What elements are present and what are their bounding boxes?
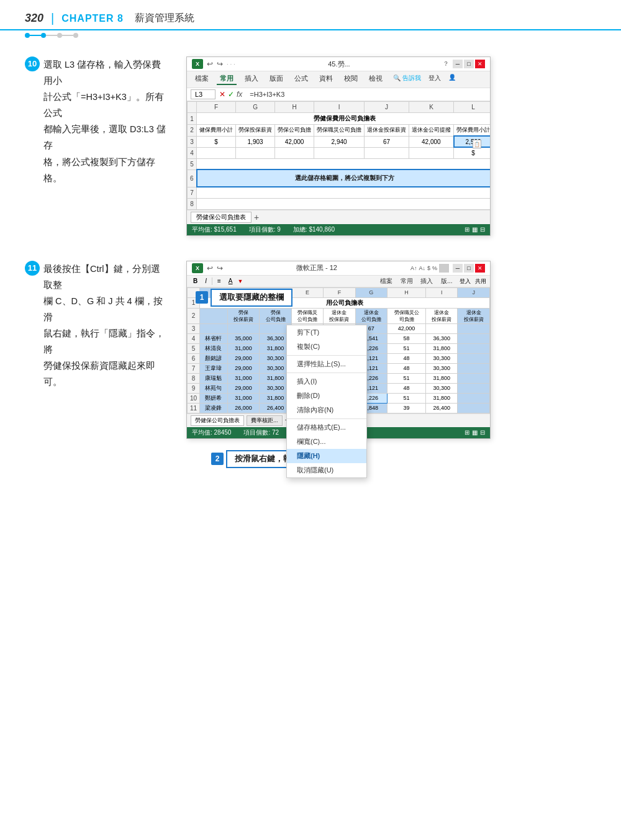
tab-data[interactable]: 資料 bbox=[316, 74, 336, 85]
callout1-badge: 1 bbox=[196, 291, 208, 304]
share2[interactable]: 共用 bbox=[475, 278, 486, 284]
l3[interactable]: 2,520 bbox=[454, 136, 490, 147]
col-g: G bbox=[236, 102, 275, 113]
table-row-8: 8 bbox=[188, 198, 491, 209]
sheet-tab2[interactable]: 費率核距... bbox=[247, 415, 283, 426]
col-j2: J bbox=[458, 287, 490, 297]
minimize-btn2[interactable]: ─ bbox=[453, 264, 463, 273]
menu-cut[interactable]: 剪下(T) bbox=[287, 325, 366, 340]
view-normal[interactable]: ⊞ bbox=[465, 226, 469, 233]
tab-review[interactable]: 校閱 bbox=[341, 74, 361, 85]
excel-table1: F G H I J K L 1 勞健保費用公司負擔 bbox=[187, 101, 490, 210]
minimize-btn[interactable]: ─ bbox=[453, 60, 463, 68]
j4 bbox=[365, 147, 409, 158]
tab-home2[interactable]: 常用 bbox=[397, 277, 416, 285]
formula-icons: ✕ ✓ fx bbox=[219, 90, 242, 99]
view-layout[interactable]: ▦ bbox=[472, 226, 478, 233]
view-icons2: ⊞ ▦ ⊟ bbox=[465, 428, 485, 437]
tab-layout[interactable]: 版面 bbox=[266, 74, 286, 85]
row8-header: 8 bbox=[188, 198, 197, 209]
view-normal2[interactable]: ⊞ bbox=[465, 429, 469, 436]
chapter-label: CHAPTER 8 bbox=[61, 13, 124, 24]
g3: 1,903 bbox=[236, 136, 275, 147]
login-btn[interactable]: 登入 bbox=[428, 74, 441, 85]
menu-paste-special[interactable]: 選擇性貼上(S)... bbox=[287, 357, 366, 371]
menu-unhide[interactable]: 取消隱藏(U) bbox=[287, 463, 366, 477]
tab-home[interactable]: 常用 bbox=[217, 74, 237, 85]
f2-cell: 退休金投保薪資 bbox=[324, 308, 355, 323]
step11-heading: 11 最後按住【Ctrl】鍵，分別選取整 bbox=[25, 261, 168, 293]
menu-col-width[interactable]: 欄寬(C)... bbox=[287, 435, 366, 449]
sheet-tab-active[interactable]: 勞健保公司負擔表 bbox=[191, 212, 252, 223]
menu-cell-format[interactable]: 儲存格格式(E)... bbox=[287, 420, 366, 435]
sheet-tab1[interactable]: 勞健保公司負擔表 bbox=[191, 415, 244, 426]
excel-icon: X bbox=[192, 59, 203, 69]
header-j2: 退休金投保薪資 bbox=[365, 125, 409, 137]
step11-screenshots: X ↩ ↪ 微軟正黑 - 12 A↑ A↓ $ % ─ □ ✕ bbox=[186, 261, 596, 468]
ribbon-tabs1: 檔案 常用 插入 版面 公式 資料 校閱 檢視 🔍 告訴我 登入 👤 bbox=[192, 73, 485, 86]
undo-icon2: ↩ bbox=[207, 264, 213, 273]
bold-btn[interactable]: B bbox=[191, 277, 200, 285]
i4 bbox=[314, 147, 365, 158]
help-icon: ？ bbox=[443, 60, 449, 68]
ribbon1: 檔案 常用 插入 版面 公式 資料 校閱 檢視 🔍 告訴我 登入 👤 bbox=[187, 71, 490, 88]
underline-btn[interactable]: A bbox=[226, 277, 235, 285]
view-layout2[interactable]: ▦ bbox=[472, 429, 478, 436]
header-k2: 退休金公司提撥 bbox=[409, 125, 454, 137]
add-sheet-btn[interactable]: + bbox=[254, 212, 259, 222]
callout2-badge: 2 bbox=[211, 453, 224, 465]
step11-line4: 勞健保投保薪資隱藏起來即可。 bbox=[43, 358, 168, 390]
step11-block: 11 最後按住【Ctrl】鍵，分別選取整 欄 C、D、G 和 J 共 4 欄，按… bbox=[25, 261, 596, 468]
statusbar1: 平均值: $15,651 項目個數: 9 加總: $140,860 ⊞ ▦ ⊟ bbox=[187, 224, 490, 235]
close-btn[interactable]: ✕ bbox=[475, 60, 485, 68]
menu-hide[interactable]: 隱藏(H) bbox=[287, 449, 366, 463]
cell-reference[interactable]: L3 bbox=[191, 89, 215, 99]
col-l: L bbox=[454, 102, 490, 113]
menu-delete[interactable]: 刪除(D) bbox=[287, 389, 366, 403]
tab-insert2[interactable]: 插入 bbox=[417, 277, 436, 285]
dot4 bbox=[73, 33, 78, 38]
tab-file2[interactable]: 檔案 bbox=[377, 277, 396, 285]
close-btn2[interactable]: ✕ bbox=[475, 264, 485, 273]
menu-insert[interactable]: 插入(I) bbox=[287, 374, 366, 389]
row8-cells bbox=[197, 198, 490, 209]
j3: 67 bbox=[365, 136, 409, 147]
callout-cell: 選此儲存格範圍，將公式複製到下方 bbox=[197, 169, 490, 187]
table-row-6: 6 選此儲存格範圍，將公式複製到下方 bbox=[188, 169, 491, 187]
main-content: 10 選取 L3 儲存格，輸入勞保費用小 計公式「=H3+I3+K3」。所有公式… bbox=[0, 38, 621, 512]
sheet-tabs1: 勞健保公司負擔表 + bbox=[187, 210, 490, 224]
menu-copy[interactable]: 複製(C) bbox=[287, 340, 366, 354]
maximize-btn2[interactable]: □ bbox=[464, 264, 474, 273]
view-page[interactable]: ⊟ bbox=[480, 226, 485, 233]
col-j: J bbox=[365, 102, 409, 113]
tab-view[interactable]: 檢視 bbox=[366, 74, 386, 85]
tab-more2[interactable]: 版... bbox=[438, 277, 455, 285]
step10-lines: 計公式「=H3+I3+K3」。所有公式 都輸入完畢後，選取 D3:L3 儲存 格… bbox=[25, 89, 168, 186]
header-f2: 健保費用小計 bbox=[197, 125, 236, 137]
tab-insert[interactable]: 插入 bbox=[242, 74, 261, 85]
menu-clear[interactable]: 清除內容(N) bbox=[287, 403, 366, 417]
view-page2[interactable]: ⊟ bbox=[480, 429, 485, 436]
ribbon-tabs2: 檔案 常用 插入 版... 登入 共用 bbox=[377, 277, 486, 286]
col-k: K bbox=[409, 102, 454, 113]
step10-text: 10 選取 L3 儲存格，輸入勞保費用小 計公式「=H3+I3+K3」。所有公式… bbox=[25, 56, 168, 186]
login2[interactable]: 登入 bbox=[460, 278, 471, 284]
col-g2: G bbox=[355, 287, 387, 297]
maximize-btn[interactable]: □ bbox=[464, 60, 474, 68]
header-g2: 勞保投保薪資 bbox=[236, 125, 275, 137]
dollar-sign: $ bbox=[427, 265, 430, 271]
excel-icon2: X bbox=[192, 263, 203, 273]
row2-header: 2 bbox=[188, 125, 197, 137]
sheet-title-cell: 勞健保費用公司負擔表 bbox=[197, 113, 490, 125]
align-btn[interactable]: ≡ bbox=[215, 277, 224, 285]
header-dots-line bbox=[0, 30, 621, 38]
context-menu: 剪下(T) 複製(C) 選擇性貼上(S)... 插入(I) 刪除(D) 清除內容… bbox=[286, 325, 367, 478]
excel-titlebar2: X ↩ ↪ 微軟正黑 - 12 A↑ A↓ $ % ─ □ ✕ bbox=[187, 261, 490, 276]
italic-btn[interactable]: I bbox=[202, 277, 209, 285]
step11-lines: 欄 C、D、G 和 J 共 4 欄，按滑 鼠右鍵，執行「隱藏」指令，將 勞健保投… bbox=[25, 293, 168, 391]
tab-file[interactable]: 檔案 bbox=[192, 74, 212, 85]
font-tools: A↑ A↓ $ % bbox=[410, 264, 449, 273]
h2-cell: 勞保職災公司負擔 bbox=[388, 308, 426, 323]
table-row-4: 4 $ bbox=[188, 147, 491, 158]
tab-formula[interactable]: 公式 bbox=[291, 74, 311, 85]
